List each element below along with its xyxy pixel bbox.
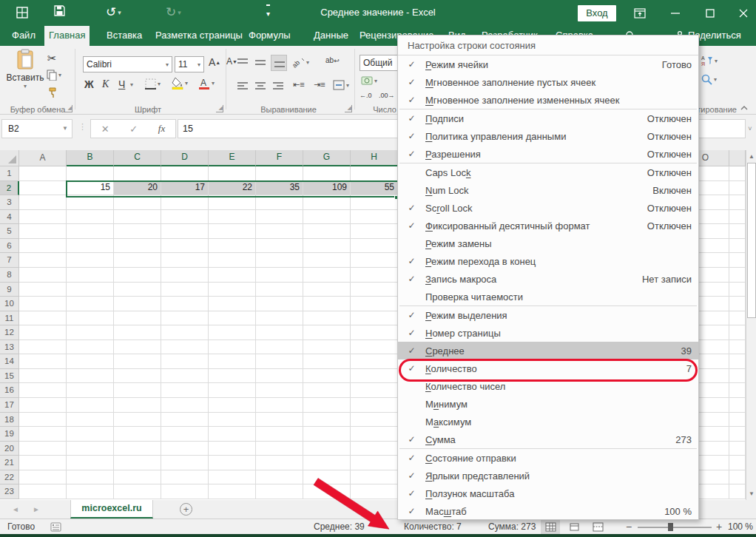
cell-H14[interactable] xyxy=(351,354,398,369)
row-header-16[interactable]: 16 xyxy=(0,383,19,398)
cell-G23[interactable] xyxy=(303,484,351,499)
cell-D19[interactable] xyxy=(161,427,209,442)
menu-item-17[interactable]: ✓Количество7 xyxy=(398,359,698,377)
prev-sheet-icon[interactable]: ◄ xyxy=(12,500,19,519)
vertical-scroll-thumb[interactable] xyxy=(747,163,756,318)
cell-C17[interactable] xyxy=(114,398,161,413)
clipboard-dialog-launcher[interactable]: ◢ xyxy=(65,105,72,112)
cell-B18[interactable] xyxy=(67,413,114,428)
cell-F12[interactable] xyxy=(256,325,303,340)
row-header-20[interactable]: 20 xyxy=(0,442,19,456)
page-break-view-button[interactable] xyxy=(588,520,607,534)
menu-item-11[interactable]: ✓Режим перехода в конец xyxy=(398,252,698,270)
new-sheet-button[interactable]: + xyxy=(180,503,192,516)
cell-H8[interactable] xyxy=(351,268,398,283)
cell-A5[interactable] xyxy=(19,224,67,239)
cell-partial-18[interactable] xyxy=(729,413,746,428)
macro-record-icon[interactable] xyxy=(50,522,61,532)
cell-A10[interactable] xyxy=(19,297,67,311)
cell-G11[interactable] xyxy=(303,311,351,326)
cell-D7[interactable] xyxy=(161,253,209,268)
sheet-tab[interactable]: microexcel.ru xyxy=(70,500,153,519)
cell-D9[interactable] xyxy=(161,283,209,297)
menu-item-16-average-highlighted[interactable]: ✓Среднее39 xyxy=(398,342,698,359)
row-header-11[interactable]: 11 xyxy=(0,311,19,326)
cell-B8[interactable] xyxy=(67,268,114,283)
cell-D21[interactable] xyxy=(161,456,209,470)
row-header-2[interactable]: 2 xyxy=(0,181,19,196)
menu-item-21[interactable]: ✓Сумма273 xyxy=(398,430,698,448)
cell-A18[interactable] xyxy=(19,413,67,428)
orientation-button[interactable]: ab ▾ xyxy=(293,56,309,68)
cell-D1[interactable] xyxy=(161,166,209,181)
close-button[interactable] xyxy=(729,0,756,26)
menu-item-5[interactable]: ✓РазрешенияОтключен xyxy=(398,145,698,163)
cell-H4[interactable] xyxy=(351,210,398,225)
shrink-font-button[interactable]: А▼ xyxy=(226,56,237,67)
menu-item-2[interactable]: ✓Мгновенное заполнение измененных ячеек xyxy=(398,91,698,109)
cell-E19[interactable] xyxy=(209,427,256,442)
cancel-entry-icon[interactable]: ✕ xyxy=(101,124,109,135)
cell-D15[interactable] xyxy=(161,369,209,384)
cell-A6[interactable] xyxy=(19,239,67,254)
cell-A2[interactable] xyxy=(19,181,67,196)
cell-F4[interactable] xyxy=(256,210,303,225)
row-header-14[interactable]: 14 xyxy=(0,354,19,369)
increase-decimal-icon[interactable]: ←.0 xyxy=(360,92,372,99)
cell-F5[interactable] xyxy=(256,224,303,239)
row-header-7[interactable]: 7 xyxy=(0,253,19,268)
align-center-icon[interactable] xyxy=(254,81,266,92)
font-dialog-launcher[interactable]: ◢ xyxy=(216,105,223,112)
cell-A7[interactable] xyxy=(19,253,67,268)
cell-C12[interactable] xyxy=(114,325,161,340)
column-header-E[interactable]: E xyxy=(209,150,256,166)
cell-partial-14[interactable] xyxy=(729,354,746,369)
cell-F23[interactable] xyxy=(256,484,303,499)
cell-F2[interactable]: 35 xyxy=(256,181,303,196)
menu-item-7[interactable]: Num LockВключен xyxy=(398,181,698,199)
cell-C6[interactable] xyxy=(114,239,161,254)
column-header-G[interactable]: G xyxy=(303,150,351,166)
menu-item-13[interactable]: Проверка читаемости xyxy=(398,288,698,305)
cell-C20[interactable] xyxy=(114,442,161,456)
cell-partial-6[interactable] xyxy=(729,239,746,254)
cell-H9[interactable] xyxy=(351,283,398,297)
cell-F14[interactable] xyxy=(256,354,303,369)
row-header-13[interactable]: 13 xyxy=(0,340,19,355)
cell-partial-3[interactable] xyxy=(729,195,746,210)
row-header-21[interactable]: 21 xyxy=(0,456,19,470)
cell-H5[interactable] xyxy=(351,224,398,239)
menu-item-20[interactable]: Максимум xyxy=(398,413,698,430)
zoom-level[interactable]: 100 % xyxy=(728,519,753,534)
cell-B6[interactable] xyxy=(67,239,114,254)
cell-F7[interactable] xyxy=(256,253,303,268)
cell-partial-1[interactable] xyxy=(729,166,746,181)
cell-E22[interactable] xyxy=(209,470,256,485)
merge-center-button[interactable]: ▾ xyxy=(333,80,349,90)
cell-A3[interactable] xyxy=(19,195,67,210)
decrease-indent-icon[interactable]: ⇤≡ xyxy=(293,80,305,90)
cell-E3[interactable] xyxy=(209,195,256,210)
cell-G17[interactable] xyxy=(303,398,351,413)
cell-B1[interactable] xyxy=(67,166,114,181)
cell-partial-8[interactable] xyxy=(729,268,746,283)
cell-B5[interactable] xyxy=(67,224,114,239)
font-size-combo[interactable]: 11▾ xyxy=(175,56,204,72)
column-header-F[interactable]: F xyxy=(256,150,303,166)
cell-F9[interactable] xyxy=(256,283,303,297)
cell-B3[interactable] xyxy=(67,195,114,210)
accounting-format-button[interactable]: ▾ xyxy=(361,75,377,86)
menu-item-25[interactable]: ✓Масштаб100 % xyxy=(398,502,698,520)
cell-A21[interactable] xyxy=(19,456,67,470)
cell-G4[interactable] xyxy=(303,210,351,225)
column-header-H[interactable]: H xyxy=(351,150,398,166)
cell-C19[interactable] xyxy=(114,427,161,442)
minimize-button[interactable] xyxy=(661,0,690,26)
confirm-entry-icon[interactable]: ✓ xyxy=(129,124,138,135)
menu-item-14[interactable]: ✓Режим выделения xyxy=(398,306,698,324)
cell-C3[interactable] xyxy=(114,195,161,210)
find-select-button[interactable]: ▾ xyxy=(701,74,717,85)
cell-G15[interactable] xyxy=(303,369,351,384)
cell-H1[interactable] xyxy=(351,166,398,181)
cell-D4[interactable] xyxy=(161,210,209,225)
